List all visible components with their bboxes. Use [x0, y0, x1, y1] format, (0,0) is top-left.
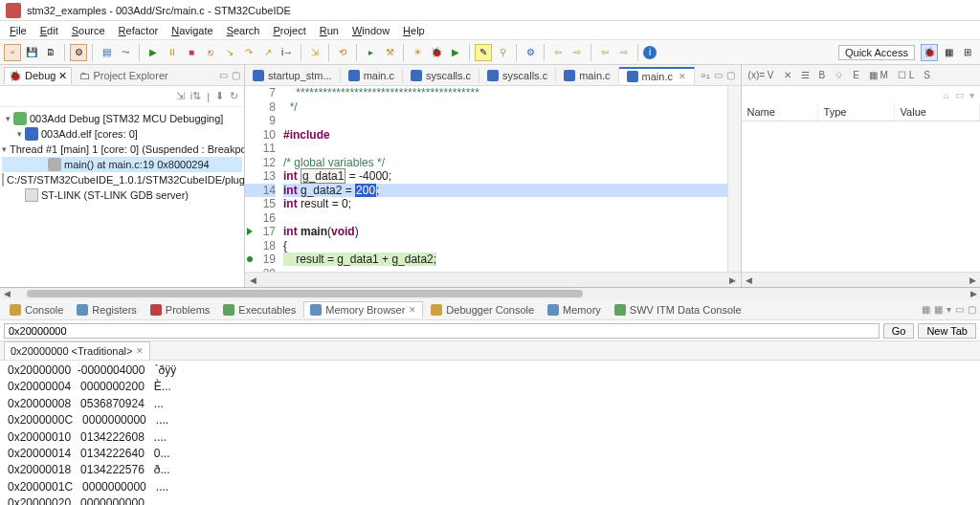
prev-annotation-icon[interactable]: ⇦ — [596, 44, 613, 61]
new-tab-button[interactable]: New Tab — [918, 323, 976, 339]
external-tools-icon[interactable]: ⚙ — [522, 44, 539, 61]
vars-tab[interactable]: B — [816, 69, 829, 81]
menu-help[interactable]: Help — [397, 23, 431, 38]
menu-refactor[interactable]: Refactor — [113, 23, 165, 38]
view-menu-icon[interactable]: ⬇ — [215, 90, 224, 102]
stack-frame-node[interactable]: main() at main.c:19 0x8000294 — [2, 157, 242, 172]
save-icon[interactable]: 💾 — [23, 44, 40, 61]
step-return-icon[interactable]: ↗ — [259, 44, 277, 61]
step-into-icon[interactable]: ↘ — [221, 44, 238, 61]
maximize-icon[interactable]: ▢ — [968, 304, 976, 315]
elf-node[interactable]: ▾003Add.elf [cores: 0] — [2, 126, 242, 142]
maximize-icon[interactable]: ▢ — [232, 70, 240, 80]
bottom-tab-swv-itm-data-console[interactable]: SWV ITM Data Console — [609, 302, 747, 318]
code-editor[interactable]: 7891011121314151617181920 **************… — [245, 86, 741, 272]
run-last-icon[interactable]: ▶ — [447, 44, 464, 61]
editor-tab[interactable]: startup_stm... — [245, 68, 341, 83]
menu-run[interactable]: Run — [314, 23, 345, 38]
thread-node[interactable]: ▾Thread #1 [main] 1 [core: 0] (Suspended… — [2, 142, 242, 157]
build-config-icon[interactable]: ⚒ — [381, 44, 398, 61]
menu-project[interactable]: Project — [268, 23, 312, 38]
debug-config-node[interactable]: ▾003Add Debug [STM32 MCU Debugging] — [2, 111, 242, 126]
maximize-icon[interactable]: ▢ — [726, 70, 735, 80]
go-button[interactable]: Go — [883, 323, 915, 339]
highlight-icon[interactable]: ✎ — [475, 44, 492, 61]
memory-dump[interactable]: 0x20000000 -0000004000 `ðÿÿ0x20000004 00… — [0, 361, 980, 505]
vars-tab[interactable]: (x)= V — [746, 69, 777, 81]
menu-icon[interactable]: ▾ — [947, 304, 951, 315]
tab-project-explorer[interactable]: 🗀Project Explorer — [76, 68, 171, 83]
editor-tab[interactable]: syscalls.c — [479, 68, 556, 83]
vars-tab[interactable]: ☐ L — [895, 69, 917, 81]
toolbar-icon[interactable]: ▦ — [934, 304, 943, 315]
col-name[interactable]: Name — [742, 103, 818, 121]
minimize-icon[interactable]: ▭ — [955, 304, 964, 315]
close-icon[interactable]: ✕ — [409, 305, 416, 315]
menu-search[interactable]: Search — [221, 23, 266, 38]
col-type[interactable]: Type — [818, 103, 895, 121]
instruction-step-icon[interactable]: i→ — [278, 44, 296, 61]
bottom-tab-debugger-console[interactable]: Debugger Console — [425, 302, 540, 318]
close-icon[interactable]: ✕ — [679, 72, 686, 81]
restart-icon[interactable]: ⟲ — [334, 44, 351, 61]
open-element-icon[interactable]: ☀ — [409, 44, 426, 61]
stlink-node[interactable]: ST-LINK (ST-LINK GDB server) — [2, 187, 242, 203]
disconnect-icon[interactable]: ⎋ — [202, 44, 219, 61]
forward-icon[interactable]: ⇨ — [568, 44, 586, 61]
bottom-tab-console[interactable]: Console — [4, 302, 69, 318]
collapse-all-icon[interactable]: ⇲ — [176, 90, 185, 102]
perspective-c-icon[interactable]: ▦ — [940, 44, 957, 61]
col-value[interactable]: Value — [895, 103, 980, 121]
resume-icon[interactable]: ▶ — [145, 44, 162, 61]
editor-tab[interactable]: main.c — [341, 68, 403, 83]
suspend-icon[interactable]: ⏸ — [164, 44, 181, 61]
step-over-icon[interactable]: ↷ — [240, 44, 257, 61]
bottom-tab-registers[interactable]: Registers — [71, 302, 142, 318]
toolbar-icon[interactable]: ▦ — [922, 304, 930, 315]
next-annotation-icon[interactable]: ⇨ — [615, 44, 633, 61]
menu-icon[interactable]: ▾ — [969, 90, 974, 100]
vars-tab[interactable]: ♢ — [832, 69, 846, 81]
skip-icon[interactable]: ⤳ — [117, 44, 134, 61]
back-icon[interactable]: ⇦ — [549, 44, 567, 61]
memory-address-input[interactable] — [4, 323, 880, 339]
pin-icon[interactable]: ⚲ — [494, 44, 511, 61]
bottom-tab-executables[interactable]: Executables — [217, 302, 301, 318]
bottom-tab-memory-browser[interactable]: Memory Browser✕ — [303, 301, 423, 318]
open-icon[interactable]: ▤ — [98, 44, 115, 61]
menu-source[interactable]: Source — [66, 23, 111, 38]
editor-tab[interactable]: syscalls.c — [403, 68, 479, 83]
perspective-debug-icon[interactable]: 🐞 — [921, 44, 938, 61]
menu-window[interactable]: Window — [346, 23, 395, 38]
collapse-icon[interactable]: ▭ — [955, 90, 964, 100]
quick-access-field[interactable]: Quick Access — [838, 45, 915, 60]
vertical-scrollbar[interactable] — [727, 86, 741, 272]
vars-tab[interactable]: E — [850, 69, 862, 81]
vars-tab[interactable]: ▦ M — [866, 69, 891, 81]
gdb-node[interactable]: C:/ST/STM32CubeIDE_1.0.1/STM32CubeIDE/pl… — [2, 172, 242, 187]
vars-tab[interactable]: ☰ — [798, 69, 813, 81]
link-icon[interactable]: i⇅ — [190, 90, 201, 102]
editor-tab[interactable]: main.c — [556, 68, 618, 83]
vars-tab[interactable]: ✕ — [781, 69, 794, 81]
variables-table[interactable]: Name Type Value — [742, 103, 980, 272]
terminate-icon[interactable]: ■ — [183, 44, 200, 61]
new-icon[interactable]: ▫ — [4, 44, 21, 61]
menu-edit[interactable]: Edit — [34, 23, 64, 38]
horizontal-scrollbar[interactable]: ◀▶ — [245, 272, 741, 287]
menu-file[interactable]: File — [4, 23, 33, 38]
refresh-icon[interactable]: ↻ — [230, 90, 238, 102]
vars-tab[interactable]: S — [921, 69, 933, 81]
drop-to-frame-icon[interactable]: ⇲ — [306, 44, 323, 61]
debug-icon[interactable]: 🐞 — [428, 44, 445, 61]
tab-debug[interactable]: 🐞Debug✕ — [4, 67, 72, 84]
more-tabs-icon[interactable]: »₁ — [701, 70, 710, 80]
save-all-icon[interactable]: 🗎 — [42, 44, 59, 61]
close-icon[interactable]: ✕ — [136, 346, 144, 356]
home-icon[interactable]: ⌂ — [944, 90, 949, 100]
info-icon[interactable]: i — [643, 46, 657, 59]
vars-horizontal-scrollbar[interactable]: ◀▶ — [742, 272, 980, 287]
minimize-icon[interactable]: ▭ — [714, 70, 723, 80]
close-icon[interactable]: ✕ — [58, 70, 67, 82]
perspective-more-icon[interactable]: ⊞ — [959, 44, 976, 61]
